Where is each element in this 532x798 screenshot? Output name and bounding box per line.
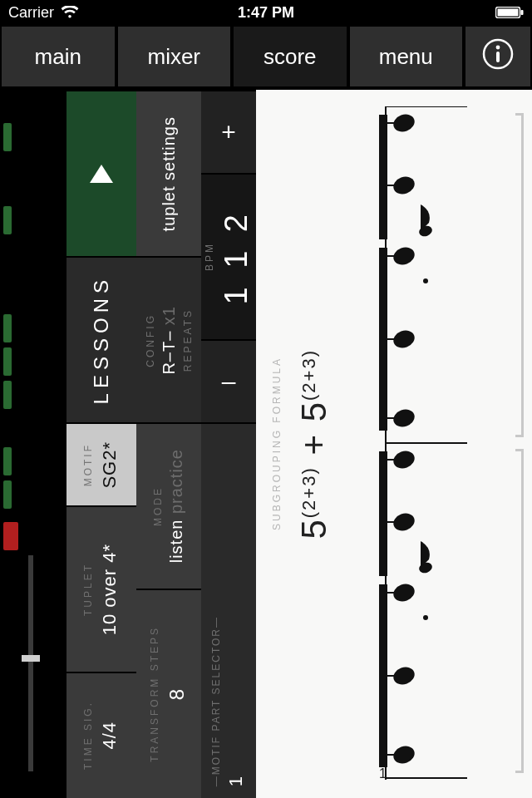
timesig-selector[interactable]: TIME SIG. 4/4 (66, 672, 136, 798)
repeats-caption: REPEATS (182, 308, 194, 372)
config-repeats[interactable]: CONFIG R–T– x1 REPEATS (136, 256, 201, 422)
motif-caption: MOTIF (82, 443, 94, 486)
bpm-display: BPM 1 1 2 (201, 173, 256, 339)
play-icon (90, 165, 113, 183)
svg-point-23 (423, 278, 428, 283)
timesig-value: 4/4 (99, 722, 121, 750)
tuplet-settings-label: tuplet settings (160, 116, 179, 231)
info-strip-2: tuplet settings CONFIG R–T– x1 REPEATS M… (136, 90, 201, 798)
tuplet-value: 10 over 4* (99, 544, 121, 635)
status-bar: Carrier 1:47 PM (0, 0, 532, 25)
transform-value: 8 (165, 688, 189, 700)
mode-value: listen practice (167, 449, 186, 563)
tuplet-bracket (515, 449, 524, 773)
svg-point-4 (496, 45, 500, 49)
nav-menu[interactable]: menu (350, 27, 463, 86)
info-strip-3: + BPM 1 1 2 – —MOTIF PART SELECTOR— 1 (201, 90, 256, 798)
nav-score[interactable]: score (234, 27, 347, 86)
indicator-bar (3, 447, 12, 475)
indicator-bar (3, 206, 12, 234)
svg-rect-5 (496, 52, 500, 62)
selector-value: 1 (225, 776, 247, 786)
motif-value: SG2* (99, 441, 121, 489)
motif-selector[interactable]: MOTIF SG2* (66, 422, 136, 505)
config-value: R–T– x1 (160, 306, 179, 375)
measure-number: 1 (379, 766, 387, 781)
svg-rect-10 (379, 115, 387, 239)
nav-mixer-label: mixer (147, 44, 200, 70)
indicator-bar (3, 381, 12, 409)
selector-caption: —MOTIF PART SELECTOR— (210, 616, 222, 786)
indicator-bar (3, 314, 12, 342)
svg-point-22 (417, 224, 433, 239)
indicator-bar (3, 123, 12, 151)
transform-steps[interactable]: TRANSFORM STEPS 8 (136, 589, 201, 798)
nav-main[interactable]: main (2, 27, 115, 86)
timesig-caption: TIME SIG. (82, 701, 94, 770)
lessons-label: LESSONS (90, 275, 113, 404)
clock: 1:47 PM (0, 4, 532, 22)
play-button[interactable] (66, 90, 136, 256)
indicator-bar (3, 480, 12, 509)
music-notation: 1 (376, 106, 509, 781)
nav-mixer[interactable]: mixer (118, 27, 231, 86)
mode-selector[interactable]: MODE listen practice (136, 422, 201, 589)
nav-menu-label: menu (379, 44, 433, 70)
subgroup-caption: SUBGROUPING FORMULA (271, 90, 283, 798)
mode-caption: MODE (152, 486, 164, 526)
indicator-bar (3, 347, 12, 376)
tuplet-selector[interactable]: TUPLET 10 over 4* (66, 505, 136, 672)
plus-icon: + (221, 118, 236, 146)
nav-info[interactable] (466, 27, 530, 86)
nav-score-label: score (264, 44, 317, 70)
info-icon (481, 37, 515, 76)
nav-bar: main mixer score menu (0, 25, 532, 90)
bpm-caption: BPM (204, 242, 215, 271)
position-slider[interactable] (28, 555, 33, 771)
transform-caption: TRANSFORM STEPS (149, 626, 160, 762)
motif-part-selector[interactable]: —MOTIF PART SELECTOR— 1 (201, 422, 256, 798)
score-panel: SUBGROUPING FORMULA 5(2+3) + 5(2+3) (256, 90, 532, 798)
info-strip-1: LESSONS MOTIF SG2* TUPLET 10 over 4* TIM… (66, 90, 136, 798)
bpm-value: 1 1 2 (219, 209, 254, 305)
minus-icon: – (222, 367, 236, 396)
indicator-strip (0, 90, 66, 798)
nav-main-label: main (35, 44, 81, 70)
tuplet-settings-button[interactable]: tuplet settings (136, 90, 201, 256)
tuplet-caption: TUPLET (82, 563, 94, 616)
config-caption: CONFIG (145, 313, 156, 367)
bpm-minus-button[interactable]: – (201, 339, 256, 422)
indicator-bar-alert (3, 522, 18, 550)
tuplet-bracket (515, 113, 524, 437)
bpm-plus-button[interactable]: + (201, 90, 256, 173)
lessons-button[interactable]: LESSONS (66, 256, 136, 422)
subgroup-formula: 5(2+3) + 5(2+3) (294, 90, 334, 798)
